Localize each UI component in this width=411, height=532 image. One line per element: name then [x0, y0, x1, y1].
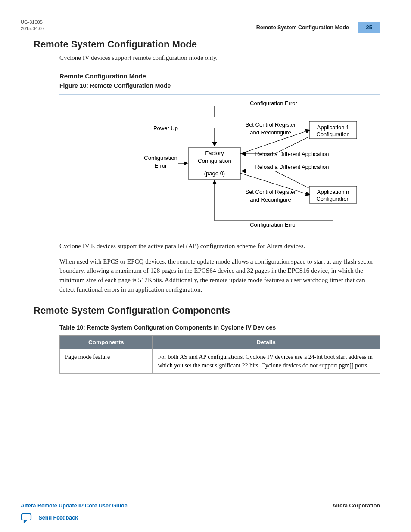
- appn-l2: Configuration: [316, 196, 349, 202]
- paragraph-epcs: When used with EPCS or EPCQ devices, the…: [59, 257, 380, 295]
- header-right: Remote System Configuration Mode 25: [256, 22, 380, 33]
- paragraph-ap: Cyclone IV E devices support the active …: [59, 242, 380, 251]
- figure-diagram: Factory Configuration (page 0) Applicati…: [59, 100, 387, 229]
- intro-paragraph: Cyclone IV devices support remote config…: [59, 53, 380, 63]
- config-error-left-l2: Error: [155, 162, 168, 169]
- factory-l2: Configuration: [198, 158, 231, 164]
- svg-rect-0: [22, 514, 31, 520]
- config-error-bot: Configuration Error: [250, 221, 297, 228]
- section-title: Remote System Configuration Mode: [34, 39, 380, 50]
- send-feedback-link[interactable]: Send Feedback: [21, 513, 78, 523]
- factory-l1: Factory: [205, 150, 224, 156]
- table-header-row: Components Details: [60, 335, 380, 349]
- feedback-label: Send Feedback: [38, 515, 78, 521]
- arrow-powerup: [182, 128, 215, 146]
- table-row: Page mode feature For both AS and AP con…: [60, 349, 380, 374]
- app1-l2: Configuration: [316, 131, 349, 137]
- set-ctrl-bot-l2: and Reconfigure: [250, 196, 291, 203]
- section-title-2: Remote System Configuration Components: [34, 305, 380, 316]
- set-ctrl-top-l2: and Reconfigure: [250, 129, 291, 136]
- footer-corp: Altera Corporation: [333, 503, 380, 509]
- cell-details: For both AS and AP configurations, Cyclo…: [153, 349, 380, 374]
- footer-guide[interactable]: Altera Remote Update IP Core User Guide: [21, 503, 128, 509]
- power-up-label: Power Up: [153, 125, 178, 131]
- set-ctrl-bot-l1: Set Control Register: [245, 189, 296, 195]
- appn-l1: Application n: [317, 189, 349, 195]
- footer: Altera Remote Update IP Core User Guide …: [21, 498, 380, 509]
- figure-caption: Figure 10: Remote Configuration Mode: [59, 82, 380, 89]
- col-details: Details: [153, 335, 380, 349]
- set-ctrl-top-l1: Set Control Register: [245, 121, 296, 128]
- figure-rule-top: [59, 94, 380, 95]
- factory-l3: (page 0): [204, 170, 225, 177]
- components-table: Components Details Page mode feature For…: [59, 335, 380, 374]
- header-left: UG-31005 2015.04.07: [21, 19, 44, 32]
- running-title: Remote System Configuration Mode: [256, 25, 349, 31]
- reload-top: Reload a Different Application: [255, 151, 329, 157]
- config-error-top: Configuration Error: [250, 100, 297, 106]
- col-components: Components: [60, 335, 153, 349]
- app1-l1: Application 1: [317, 124, 349, 131]
- config-error-left-l1: Configuration: [144, 155, 177, 161]
- feedback-icon: [21, 513, 33, 523]
- path-app1-return: [215, 106, 333, 121]
- figure-rule-bottom: [59, 236, 380, 236]
- arrow-reload-bot: [242, 171, 309, 188]
- footer-rule: [21, 498, 380, 498]
- page-number: 25: [358, 22, 380, 33]
- reload-bot: Reload a Different Application: [255, 164, 329, 170]
- doc-id: UG-31005: [21, 19, 43, 25]
- table-caption: Table 10: Remote System Configuration Co…: [59, 324, 380, 331]
- cell-component: Page mode feature: [60, 349, 153, 374]
- doc-date: 2015.04.07: [21, 26, 44, 31]
- subsection-title: Remote Configuration Mode: [59, 72, 380, 80]
